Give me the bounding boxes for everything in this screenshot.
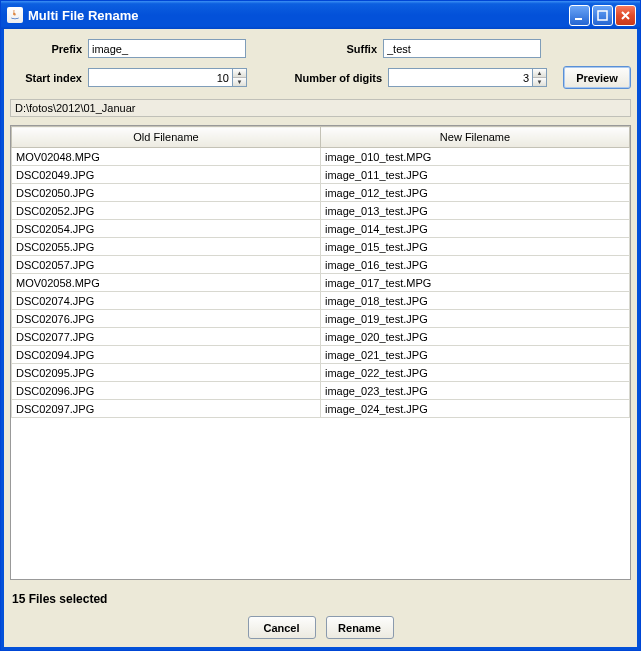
cell-old-filename: DSC02055.JPG — [12, 238, 321, 256]
prefix-label: Prefix — [10, 43, 88, 55]
cell-new-filename: image_012_test.JPG — [321, 184, 630, 202]
java-app-icon — [7, 7, 23, 23]
digits-label: Number of digits — [286, 72, 388, 84]
digits-up-icon[interactable]: ▲ — [533, 69, 546, 78]
cell-old-filename: DSC02052.JPG — [12, 202, 321, 220]
table-row[interactable]: MOV02048.MPGimage_010_test.MPG — [12, 148, 630, 166]
table-row[interactable]: DSC02096.JPGimage_023_test.JPG — [12, 382, 630, 400]
close-button[interactable] — [615, 5, 636, 26]
cell-new-filename: image_017_test.MPG — [321, 274, 630, 292]
rename-button[interactable]: Rename — [326, 616, 394, 639]
maximize-button[interactable] — [592, 5, 613, 26]
digits-down-icon[interactable]: ▼ — [533, 78, 546, 86]
table-row[interactable]: DSC02057.JPGimage_016_test.JPG — [12, 256, 630, 274]
suffix-input[interactable] — [383, 39, 541, 58]
table-row[interactable]: DSC02052.JPGimage_013_test.JPG — [12, 202, 630, 220]
cell-old-filename: DSC02049.JPG — [12, 166, 321, 184]
start-index-down-icon[interactable]: ▼ — [233, 78, 246, 86]
minimize-button[interactable] — [569, 5, 590, 26]
table-row[interactable]: DSC02076.JPGimage_019_test.JPG — [12, 310, 630, 328]
cancel-button[interactable]: Cancel — [248, 616, 316, 639]
start-index-input[interactable] — [88, 68, 232, 87]
preview-button[interactable]: Preview — [563, 66, 631, 89]
cell-new-filename: image_013_test.JPG — [321, 202, 630, 220]
digits-spinner[interactable]: ▲ ▼ — [388, 68, 547, 87]
col-new-filename[interactable]: New Filename — [321, 127, 630, 148]
svg-rect-0 — [575, 18, 582, 20]
cell-old-filename: DSC02057.JPG — [12, 256, 321, 274]
svg-rect-1 — [598, 11, 607, 20]
cell-new-filename: image_021_test.JPG — [321, 346, 630, 364]
cell-new-filename: image_015_test.JPG — [321, 238, 630, 256]
table-row[interactable]: DSC02097.JPGimage_024_test.JPG — [12, 400, 630, 418]
cell-new-filename: image_019_test.JPG — [321, 310, 630, 328]
cell-old-filename: DSC02077.JPG — [12, 328, 321, 346]
table-row[interactable]: DSC02094.JPGimage_021_test.JPG — [12, 346, 630, 364]
table-row[interactable]: DSC02055.JPGimage_015_test.JPG — [12, 238, 630, 256]
cell-new-filename: image_018_test.JPG — [321, 292, 630, 310]
prefix-input[interactable] — [88, 39, 246, 58]
window-title: Multi File Rename — [28, 8, 569, 23]
cell-old-filename: DSC02076.JPG — [12, 310, 321, 328]
action-buttons: Cancel Rename — [10, 614, 631, 641]
cell-old-filename: MOV02058.MPG — [12, 274, 321, 292]
cell-new-filename: image_024_test.JPG — [321, 400, 630, 418]
cell-new-filename: image_023_test.JPG — [321, 382, 630, 400]
digits-input[interactable] — [388, 68, 532, 87]
table-row[interactable]: DSC02054.JPGimage_014_test.JPG — [12, 220, 630, 238]
cell-old-filename: DSC02095.JPG — [12, 364, 321, 382]
cell-old-filename: DSC02094.JPG — [12, 346, 321, 364]
table-row[interactable]: MOV02058.MPGimage_017_test.MPG — [12, 274, 630, 292]
status-text: 15 Files selected — [10, 580, 631, 614]
table-row[interactable]: DSC02095.JPGimage_022_test.JPG — [12, 364, 630, 382]
table-row[interactable]: DSC02074.JPGimage_018_test.JPG — [12, 292, 630, 310]
cell-new-filename: image_022_test.JPG — [321, 364, 630, 382]
cell-new-filename: image_011_test.JPG — [321, 166, 630, 184]
titlebar: Multi File Rename — [1, 1, 640, 29]
cell-old-filename: DSC02097.JPG — [12, 400, 321, 418]
file-table-body: MOV02048.MPGimage_010_test.MPGDSC02049.J… — [12, 148, 630, 418]
col-old-filename[interactable]: Old Filename — [12, 127, 321, 148]
client-area: Prefix Suffix Start index ▲ ▼ Number of … — [1, 29, 640, 650]
cell-old-filename: DSC02074.JPG — [12, 292, 321, 310]
cell-new-filename: image_014_test.JPG — [321, 220, 630, 238]
start-index-label: Start index — [10, 72, 88, 84]
cell-old-filename: DSC02096.JPG — [12, 382, 321, 400]
table-row[interactable]: DSC02049.JPGimage_011_test.JPG — [12, 166, 630, 184]
start-index-spinner[interactable]: ▲ ▼ — [88, 68, 247, 87]
cell-old-filename: DSC02054.JPG — [12, 220, 321, 238]
cell-old-filename: MOV02048.MPG — [12, 148, 321, 166]
suffix-label: Suffix — [281, 43, 383, 55]
cell-old-filename: DSC02050.JPG — [12, 184, 321, 202]
cell-new-filename: image_020_test.JPG — [321, 328, 630, 346]
cell-new-filename: image_010_test.MPG — [321, 148, 630, 166]
path-display: D:\fotos\2012\01_Januar — [10, 99, 631, 117]
file-table: Old Filename New Filename MOV02048.MPGim… — [10, 125, 631, 580]
cell-new-filename: image_016_test.JPG — [321, 256, 630, 274]
app-window: Multi File Rename Prefix Suffix Start in… — [0, 0, 641, 651]
table-row[interactable]: DSC02077.JPGimage_020_test.JPG — [12, 328, 630, 346]
table-row[interactable]: DSC02050.JPGimage_012_test.JPG — [12, 184, 630, 202]
start-index-up-icon[interactable]: ▲ — [233, 69, 246, 78]
